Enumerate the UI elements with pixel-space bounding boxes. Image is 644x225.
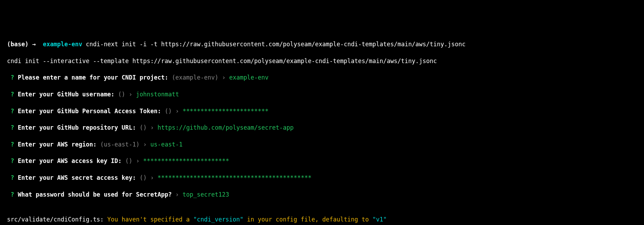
default-hint: () bbox=[140, 174, 147, 181]
prompt-arrow: → bbox=[32, 41, 36, 48]
question-line-5: ? Enter your AWS access key ID: () › ***… bbox=[7, 157, 637, 165]
echoed-command: cndi init --interactive --template https… bbox=[7, 57, 637, 66]
question-mark-icon: ? bbox=[10, 124, 14, 131]
question-text: Enter your GitHub username: bbox=[18, 91, 114, 98]
question-line-6: ? Enter your AWS secret access key: () ›… bbox=[7, 174, 637, 182]
question-text: Enter your AWS access key ID: bbox=[18, 157, 122, 164]
question-mark-icon: ? bbox=[10, 141, 14, 148]
answer-text: us-east-1 bbox=[150, 141, 183, 148]
default-hint: (us-east-1) bbox=[100, 141, 140, 148]
warning-quoted-1: "cndi_version" bbox=[193, 216, 243, 223]
question-mark-icon: ? bbox=[10, 174, 14, 181]
question-mark-icon: ? bbox=[10, 91, 14, 98]
prompt-angle-icon: › bbox=[150, 124, 154, 131]
question-text: Enter your AWS region: bbox=[18, 141, 97, 148]
prompt-env: example-env bbox=[43, 41, 82, 48]
warning-source: src/validate/cndiConfig.ts: bbox=[7, 216, 104, 223]
question-line-4: ? Enter your AWS region: (us-east-1) › u… bbox=[7, 141, 637, 149]
question-mark-icon: ? bbox=[10, 108, 14, 115]
question-text: Enter your GitHub repository URL: bbox=[18, 124, 136, 131]
prompt-angle-icon: › bbox=[222, 74, 225, 81]
answer-text: ************************ bbox=[143, 157, 229, 164]
question-line-0: ? Please enter a name for your CNDI proj… bbox=[7, 74, 637, 82]
question-text: What password should be used for SecretA… bbox=[18, 191, 172, 198]
answer-text: top_secret123 bbox=[183, 191, 229, 198]
question-line-7: ? What password should be used for Secre… bbox=[7, 191, 637, 199]
default-hint: () bbox=[125, 157, 132, 164]
default-hint: () bbox=[164, 108, 172, 115]
question-mark-icon: ? bbox=[10, 74, 14, 81]
warning-text-1: You haven't specified a bbox=[107, 216, 190, 223]
question-mark-icon: ? bbox=[10, 157, 14, 164]
question-text: Enter your GitHub Personal Access Token: bbox=[18, 108, 161, 115]
question-text: Enter your AWS secret access key: bbox=[18, 174, 136, 181]
warning-quoted-2: "v1" bbox=[372, 216, 387, 223]
question-mark-icon: ? bbox=[10, 191, 14, 198]
question-line-1: ? Enter your GitHub username: () › johns… bbox=[7, 90, 637, 99]
answer-text: ****************************************… bbox=[158, 174, 312, 181]
warning-line: src/validate/cndiConfig.ts: You haven't … bbox=[7, 216, 637, 224]
prompt-angle-icon: › bbox=[175, 108, 179, 115]
default-hint: () bbox=[118, 91, 125, 98]
terminal-output[interactable]: (base) → example-env cndi-next init -i -… bbox=[7, 40, 637, 225]
answer-text: johnstonmatt bbox=[136, 91, 179, 98]
prompt-base: (base) bbox=[7, 41, 28, 48]
prompt-angle-icon: › bbox=[129, 91, 132, 98]
answer-text: ************************ bbox=[183, 108, 269, 115]
question-text: Please enter a name for your CNDI projec… bbox=[18, 74, 168, 81]
prompt-angle-icon: › bbox=[136, 157, 140, 164]
command-text: cndi-next init -i -t https://raw.githubu… bbox=[86, 41, 465, 48]
default-hint: () bbox=[140, 124, 147, 131]
default-hint: (example-env) bbox=[172, 74, 218, 81]
command-line-1: (base) → example-env cndi-next init -i -… bbox=[7, 40, 637, 49]
answer-text: https://github.com/polyseam/secret-app bbox=[158, 124, 294, 131]
question-line-3: ? Enter your GitHub repository URL: () ›… bbox=[7, 124, 637, 132]
prompt-angle-icon: › bbox=[143, 141, 147, 148]
warning-text-2: in your config file, defaulting to bbox=[247, 216, 369, 223]
prompt-angle-icon: › bbox=[150, 174, 154, 181]
prompt-angle-icon: › bbox=[175, 191, 179, 198]
question-line-2: ? Enter your GitHub Personal Access Toke… bbox=[7, 107, 637, 116]
answer-text: example-env bbox=[229, 74, 269, 81]
